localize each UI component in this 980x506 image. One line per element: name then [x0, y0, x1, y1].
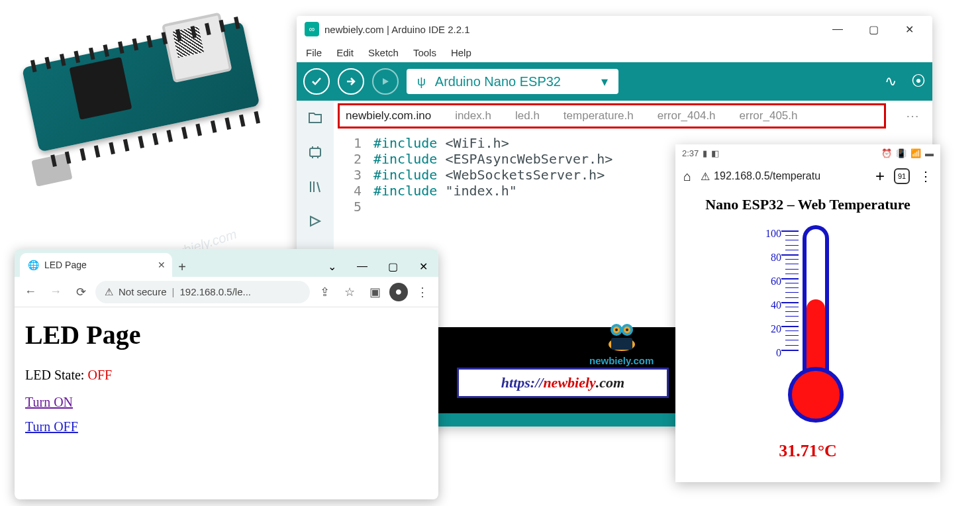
- side-panel-button[interactable]: ▣: [364, 281, 385, 303]
- serial-plotter-icon[interactable]: ∿: [885, 73, 897, 90]
- page-heading: LED Page: [25, 319, 428, 350]
- phone-nav-bar: ⌂ ⚠ 192.168.0.5/temperatu + 91 ⋮: [675, 162, 940, 191]
- thermometer: 100 80 60 40 20 0: [675, 220, 940, 438]
- led-state: LED State: OFF: [25, 368, 428, 383]
- alarm-icon: ⏰: [881, 148, 892, 158]
- phone-browser-window: 2:37 ▮ ◧ ⏰ 📳 📶 ▬ ⌂ ⚠ 192.168.0.5/tempera…: [675, 144, 940, 482]
- code-keyword: #include: [373, 167, 437, 183]
- back-button[interactable]: ←: [20, 281, 41, 303]
- minimize-button[interactable]: —: [347, 256, 377, 277]
- line-number: 4: [334, 183, 373, 199]
- minimize-button[interactable]: —: [822, 19, 853, 40]
- turn-on-link[interactable]: Turn ON: [25, 395, 428, 410]
- menu-help[interactable]: Help: [451, 47, 471, 58]
- address-bar[interactable]: ⚠ Not secure | 192.168.0.5/le...: [95, 281, 310, 303]
- status-icon: ◧: [711, 148, 719, 158]
- code-arg: <WebSocketsServer.h>: [445, 167, 605, 183]
- temperature-value: 31.71°C: [675, 441, 940, 461]
- ide-menu-bar: File Edit Sketch Tools Help: [297, 42, 932, 62]
- board-name: Arduino Nano ESP32: [435, 74, 561, 89]
- library-manager-icon[interactable]: [306, 177, 324, 196]
- ide-toolbar: ψ Arduino Nano ESP32 ▾ ∿ ⦿: [297, 62, 932, 101]
- vibrate-icon: 📳: [896, 148, 906, 158]
- code-keyword: #include: [373, 183, 437, 199]
- boards-manager-icon[interactable]: [306, 143, 324, 162]
- not-secure-icon: ⚠: [701, 170, 710, 183]
- tab-error-405-h[interactable]: error_405.h: [728, 103, 810, 129]
- profile-button[interactable]: ●: [389, 283, 408, 301]
- code-keyword: #include: [373, 135, 437, 151]
- file-tabs: newbiely.com.ino index.h led.h temperatu…: [334, 101, 932, 131]
- owl-logo: newbiely.com: [589, 318, 654, 366]
- svg-rect-9: [611, 338, 632, 350]
- arduino-nano-esp32-photo: [0, 0, 304, 242]
- wifi-icon: 📶: [910, 148, 921, 158]
- tabs-overflow-button[interactable]: ⋯: [893, 108, 932, 124]
- chrome-chevron-down[interactable]: ⌄: [317, 256, 347, 277]
- serial-monitor-icon[interactable]: ⦿: [911, 73, 926, 90]
- menu-sketch[interactable]: Sketch: [368, 47, 399, 58]
- led-page-content: LED Page LED State: OFF Turn ON Turn OFF: [15, 307, 438, 456]
- menu-file[interactable]: File: [306, 47, 322, 58]
- close-button[interactable]: ✕: [408, 256, 438, 277]
- browser-tab[interactable]: 🌐 LED Page ✕: [20, 253, 172, 277]
- tab-index-h[interactable]: index.h: [443, 103, 503, 129]
- url-text: 192.168.0.5/le...: [179, 286, 251, 297]
- website-url-box: https://newbiely.com: [457, 368, 669, 398]
- verify-button[interactable]: [303, 68, 330, 95]
- not-secure-icon: ⚠: [105, 286, 113, 298]
- chrome-tab-strip: 🌐 LED Page ✕ + ⌄ — ▢ ✕: [15, 249, 438, 277]
- tab-main-ino[interactable]: newbiely.com.ino: [334, 103, 443, 129]
- new-tab-button[interactable]: +: [875, 167, 885, 185]
- share-button[interactable]: ⇪: [314, 281, 335, 303]
- reload-button[interactable]: ⟳: [70, 281, 91, 303]
- tab-close-icon[interactable]: ✕: [158, 260, 166, 270]
- svg-point-8: [626, 329, 628, 331]
- menu-tools[interactable]: Tools: [413, 47, 436, 58]
- menu-edit[interactable]: Edit: [336, 47, 354, 58]
- url-text: 192.168.0.5/temperatu: [714, 170, 820, 182]
- chrome-menu-button[interactable]: ⋮: [412, 281, 433, 303]
- code-keyword: #include: [373, 151, 437, 167]
- usb-icon: ψ: [417, 75, 426, 89]
- tab-count-button[interactable]: 91: [894, 168, 910, 184]
- tab-error-404-h[interactable]: error_404.h: [646, 103, 728, 129]
- line-number: 1: [334, 135, 373, 151]
- line-number: 2: [334, 151, 373, 167]
- debug-icon[interactable]: [306, 212, 324, 230]
- globe-icon: 🌐: [28, 260, 39, 270]
- clock: 2:37: [682, 148, 699, 158]
- debug-button[interactable]: [372, 68, 399, 95]
- board-selector[interactable]: ψ Arduino Nano ESP32 ▾: [407, 69, 618, 94]
- maximize-button[interactable]: ▢: [858, 19, 889, 40]
- window-title: newbiely.com | Arduino IDE 2.2.1: [324, 24, 817, 35]
- line-number: 5: [334, 199, 373, 215]
- address-bar[interactable]: ⚠ 192.168.0.5/temperatu: [701, 170, 820, 183]
- status-icon: ▮: [703, 148, 707, 158]
- arduino-logo-icon: ∞: [305, 22, 319, 36]
- forward-button: →: [45, 281, 66, 303]
- maximize-button[interactable]: ▢: [377, 256, 408, 277]
- close-button[interactable]: ✕: [894, 19, 924, 40]
- home-button[interactable]: ⌂: [683, 169, 691, 184]
- code-arg: "index.h": [445, 183, 516, 199]
- code-arg: <ESPAsyncWebServer.h>: [445, 151, 612, 167]
- scale-labels: 100 80 60 40 20 0: [761, 228, 781, 371]
- thermometer-bulb: [788, 367, 844, 423]
- tab-temperature-h[interactable]: temperature.h: [552, 103, 646, 129]
- turn-off-link[interactable]: Turn OFF: [25, 419, 428, 434]
- upload-button[interactable]: [338, 68, 364, 95]
- svg-rect-0: [310, 148, 320, 156]
- page-title: Nano ESP32 – Web Temperature: [675, 196, 940, 213]
- new-tab-button[interactable]: +: [172, 257, 192, 277]
- menu-button[interactable]: ⋮: [919, 168, 932, 184]
- phone-status-bar: 2:37 ▮ ◧ ⏰ 📳 📶 ▬: [675, 144, 940, 162]
- scale-ticks: [785, 230, 799, 354]
- not-secure-label: Not secure: [119, 286, 167, 297]
- sketchbook-icon[interactable]: [306, 109, 324, 127]
- tab-led-h[interactable]: led.h: [503, 103, 552, 129]
- bookmark-button[interactable]: ☆: [339, 281, 360, 303]
- line-number: 3: [334, 167, 373, 183]
- mercury-column: [807, 299, 825, 378]
- chevron-down-icon: ▾: [601, 74, 608, 89]
